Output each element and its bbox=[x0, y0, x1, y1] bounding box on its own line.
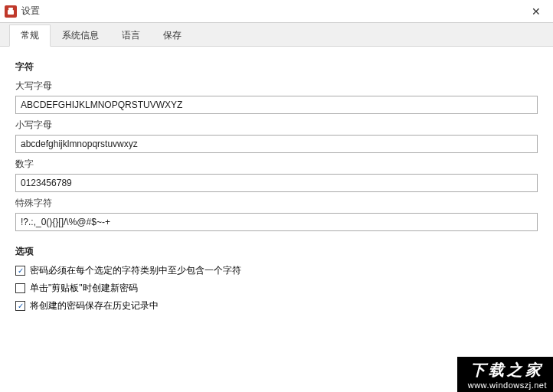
checkbox-icon: ✓ bbox=[15, 301, 25, 311]
tab-content-general: 字符 大写字母 小写字母 数字 特殊字符 选项 ✓ 密码必须在每个选定的字符类别… bbox=[0, 47, 553, 328]
svg-rect-1 bbox=[8, 10, 14, 15]
watermark-url: www.windowszj.net bbox=[468, 380, 547, 390]
option-label: 将创建的密码保存在历史记录中 bbox=[30, 299, 159, 312]
close-button[interactable]: ✕ bbox=[519, 0, 553, 23]
svg-rect-0 bbox=[8, 8, 13, 10]
titlebar: 设置 ✕ bbox=[0, 0, 553, 23]
option-label: 单击"剪贴板"时创建新密码 bbox=[30, 282, 138, 295]
option-clipboard-new[interactable]: 单击"剪贴板"时创建新密码 bbox=[15, 282, 538, 295]
option-each-category[interactable]: ✓ 密码必须在每个选定的字符类别中至少包含一个字符 bbox=[15, 264, 538, 277]
special-label: 特殊字符 bbox=[15, 197, 538, 210]
tab-language[interactable]: 语言 bbox=[110, 24, 152, 46]
watermark-title: 下载之家 bbox=[468, 360, 547, 380]
checkbox-icon bbox=[15, 283, 25, 293]
lowercase-input[interactable] bbox=[15, 135, 538, 153]
tab-system-info[interactable]: 系统信息 bbox=[51, 24, 110, 46]
tab-save[interactable]: 保存 bbox=[152, 24, 193, 46]
chars-section-title: 字符 bbox=[15, 60, 538, 74]
option-label: 密码必须在每个选定的字符类别中至少包含一个字符 bbox=[30, 264, 241, 277]
special-input[interactable] bbox=[15, 213, 538, 231]
lowercase-label: 小写字母 bbox=[15, 119, 538, 132]
app-icon bbox=[5, 5, 17, 18]
watermark: 下载之家 www.windowszj.net bbox=[457, 357, 553, 392]
digits-input[interactable] bbox=[15, 174, 538, 192]
tab-bar: 常规 系统信息 语言 保存 bbox=[0, 23, 553, 47]
options-section-title: 选项 bbox=[15, 245, 538, 258]
close-icon: ✕ bbox=[532, 5, 541, 18]
uppercase-input[interactable] bbox=[15, 96, 538, 114]
digits-label: 数字 bbox=[15, 158, 538, 171]
window-title: 设置 bbox=[21, 5, 40, 18]
option-save-history[interactable]: ✓ 将创建的密码保存在历史记录中 bbox=[15, 299, 538, 312]
tab-general[interactable]: 常规 bbox=[9, 24, 51, 47]
checkbox-icon: ✓ bbox=[15, 266, 25, 276]
uppercase-label: 大写字母 bbox=[15, 80, 538, 93]
